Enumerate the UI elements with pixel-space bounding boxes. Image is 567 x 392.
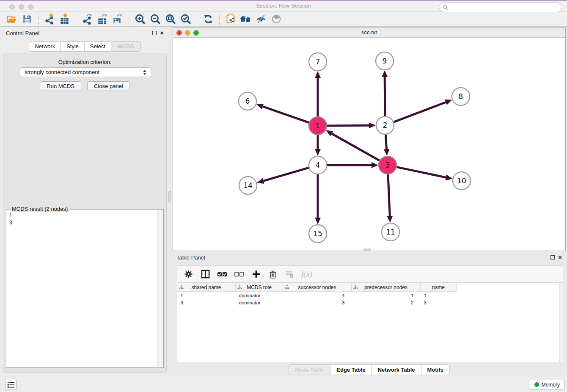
cell-shared-name[interactable]: 3 <box>177 299 236 306</box>
network-canvas[interactable]: 7968124314101511 <box>173 38 565 251</box>
table-vertical-scrollbar[interactable] <box>559 283 563 362</box>
cell-successor-nodes[interactable]: 4 <box>283 292 352 299</box>
mcds-result-list[interactable]: 13 <box>6 210 163 226</box>
graph-node-3[interactable]: 3 <box>379 156 396 174</box>
column-header-predecessor-nodes[interactable]: predecessor nodes <box>352 283 421 292</box>
tab-select[interactable]: Select <box>84 41 111 52</box>
cell-shared-name[interactable]: 1 <box>177 292 236 299</box>
edge-1-6[interactable] <box>263 107 309 123</box>
cell-MCDS-role[interactable]: dominator <box>236 292 283 299</box>
run-mcds-button[interactable]: Run MCDS <box>40 81 81 91</box>
criterion-select[interactable]: strongly connected component <box>20 67 151 77</box>
minimize-window-icon[interactable] <box>19 4 24 10</box>
close-table-panel-icon[interactable] <box>558 255 562 259</box>
graph-node-9[interactable]: 9 <box>376 52 394 70</box>
task-history-button[interactable] <box>5 380 17 389</box>
column-header-successor-nodes[interactable]: successor nodes <box>283 283 352 292</box>
tab-mcds[interactable]: MCDS <box>111 41 140 52</box>
refresh-layout-icon[interactable] <box>201 13 216 25</box>
float-table-panel-icon[interactable] <box>550 255 555 259</box>
cell-predecessor-nodes[interactable]: 1 <box>352 292 421 299</box>
graph-node-15[interactable]: 15 <box>309 225 327 243</box>
export-network-icon[interactable] <box>80 13 95 25</box>
graph-node-1[interactable]: 1 <box>309 117 327 135</box>
export-image-icon[interactable] <box>110 13 125 25</box>
close-view-icon[interactable] <box>176 30 182 36</box>
float-panel-icon[interactable] <box>152 31 157 35</box>
memory-button[interactable]: Memory <box>530 380 564 389</box>
table-tab-network-table[interactable]: Network Table <box>372 364 421 375</box>
cell-MCDS-role[interactable]: dominator <box>236 299 283 306</box>
table-tab-edge-table[interactable]: Edge Table <box>330 364 372 375</box>
tab-network[interactable]: Network <box>29 41 61 52</box>
search-box[interactable] <box>439 3 562 12</box>
control-panel-header: Control Panel <box>1 28 169 39</box>
add-column-icon[interactable] <box>249 268 263 281</box>
graph-node-11[interactable]: 11 <box>382 223 399 241</box>
table-row[interactable]: 3dominator323 <box>177 299 564 306</box>
table-tab-node-table[interactable]: Node Table <box>289 364 330 375</box>
edge-1-2[interactable] <box>327 125 369 126</box>
close-panel-button[interactable]: Close panel <box>87 81 130 91</box>
zoom-fit-icon[interactable] <box>163 13 178 25</box>
edge-3-1[interactable] <box>332 134 380 161</box>
edge-3-10[interactable] <box>397 167 446 178</box>
cell-name[interactable]: 3 <box>421 299 457 306</box>
show-hide-details-icon[interactable] <box>253 13 269 25</box>
svg-text:6: 6 <box>245 97 250 105</box>
table-tab-motifs[interactable]: Motifs <box>421 364 450 375</box>
table-row[interactable]: 1dominator411 <box>177 292 564 299</box>
duplicate-network-icon[interactable] <box>223 13 238 25</box>
cell-name[interactable]: 1 <box>421 292 457 299</box>
table-panel-title: Table Panel <box>176 254 205 261</box>
search-icon <box>443 5 448 10</box>
minimize-view-icon[interactable] <box>185 30 190 36</box>
search-input[interactable] <box>450 5 558 11</box>
svg-text:14: 14 <box>243 181 253 190</box>
window-controls[interactable] <box>9 4 33 10</box>
edge-2-3[interactable] <box>385 135 386 149</box>
mcds-result-node[interactable]: 3 <box>9 219 163 226</box>
export-table-icon[interactable] <box>95 13 110 25</box>
edge-2-8[interactable] <box>394 102 446 122</box>
column-header-name[interactable]: name <box>421 283 457 292</box>
graph-node-14[interactable]: 14 <box>239 177 257 194</box>
tab-style[interactable]: Style <box>61 41 85 52</box>
column-header-MCDS-role[interactable]: MCDS role <box>236 283 283 292</box>
zoom-in-icon[interactable] <box>132 13 148 25</box>
panel-splitter-handle[interactable] <box>168 191 171 202</box>
mcds-result-node[interactable]: 1 <box>9 212 163 219</box>
graph-node-4[interactable]: 4 <box>309 156 327 174</box>
edge-3-11[interactable] <box>388 174 390 216</box>
svg-text:15: 15 <box>313 229 322 238</box>
save-session-icon[interactable] <box>19 13 35 25</box>
zoom-selected-icon[interactable] <box>178 13 193 25</box>
graph-node-10[interactable]: 10 <box>453 172 471 190</box>
graph-node-2[interactable]: 2 <box>376 116 394 134</box>
import-network-icon[interactable] <box>42 13 57 25</box>
delete-columns-icon[interactable] <box>266 268 280 281</box>
zoom-window-icon[interactable] <box>28 4 33 10</box>
column-header-shared-name[interactable]: shared name <box>177 283 236 292</box>
table-settings-icon[interactable] <box>182 268 195 281</box>
cell-successor-nodes[interactable]: 3 <box>283 299 352 306</box>
graph-node-8[interactable]: 8 <box>452 88 470 105</box>
edge-4-14[interactable] <box>264 168 309 181</box>
show-columns-icon[interactable] <box>198 268 212 281</box>
unselect-all-columns-icon[interactable] <box>232 268 246 281</box>
network-overview-icon[interactable] <box>238 13 253 25</box>
toolbar-separator <box>197 14 197 25</box>
import-table-icon[interactable] <box>57 13 72 25</box>
zoom-out-icon[interactable] <box>148 13 163 25</box>
result-scrollbar[interactable] <box>157 210 163 367</box>
open-session-icon[interactable] <box>4 13 19 25</box>
horizontal-scrollbar[interactable] <box>363 248 371 251</box>
cell-predecessor-nodes[interactable]: 2 <box>352 299 421 306</box>
close-panel-icon[interactable] <box>160 31 164 35</box>
graph-node-7[interactable]: 7 <box>309 53 327 71</box>
select-all-columns-icon[interactable] <box>215 268 229 281</box>
maximize-view-icon[interactable] <box>193 30 199 36</box>
close-window-icon[interactable] <box>9 4 15 10</box>
edge-2-9[interactable] <box>385 77 385 116</box>
graph-node-6[interactable]: 6 <box>239 92 256 110</box>
